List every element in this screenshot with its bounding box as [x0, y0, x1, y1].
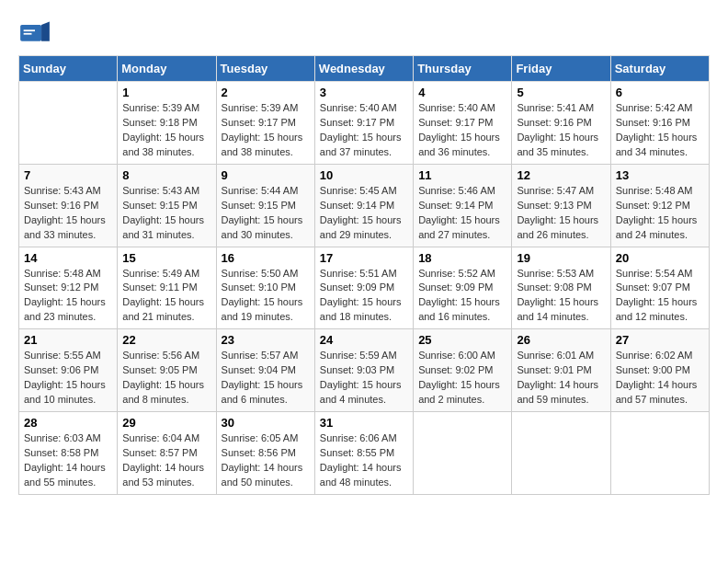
column-header-wednesday: Wednesday	[314, 56, 413, 82]
calendar-cell: 9Sunrise: 5:44 AM Sunset: 9:15 PM Daylig…	[216, 164, 314, 247]
day-number: 17	[320, 251, 408, 265]
day-number: 29	[122, 416, 210, 430]
day-number: 10	[320, 168, 408, 182]
day-info: Sunrise: 5:49 AM Sunset: 9:11 PM Dayligh…	[122, 267, 210, 326]
day-info: Sunrise: 5:39 AM Sunset: 9:17 PM Dayligh…	[222, 101, 310, 160]
day-number: 1	[122, 86, 210, 99]
column-header-tuesday: Tuesday	[216, 56, 314, 82]
calendar-cell: 8Sunrise: 5:43 AM Sunset: 9:15 PM Daylig…	[118, 164, 216, 247]
day-number: 15	[122, 251, 210, 265]
day-info: Sunrise: 5:50 AM Sunset: 9:10 PM Dayligh…	[222, 267, 310, 326]
calendar-cell: 4Sunrise: 5:40 AM Sunset: 9:17 PM Daylig…	[414, 82, 512, 165]
day-info: Sunrise: 6:01 AM Sunset: 9:01 PM Dayligh…	[517, 349, 605, 408]
day-info: Sunrise: 6:05 AM Sunset: 8:56 PM Dayligh…	[222, 431, 310, 490]
svg-rect-3	[24, 33, 32, 35]
day-info: Sunrise: 5:47 AM Sunset: 9:13 PM Dayligh…	[517, 184, 605, 243]
calendar-cell: 10Sunrise: 5:45 AM Sunset: 9:14 PM Dayli…	[314, 164, 413, 247]
day-number: 31	[320, 416, 408, 430]
day-number: 26	[517, 333, 605, 347]
day-number: 30	[222, 416, 310, 430]
calendar-header-row: SundayMondayTuesdayWednesdayThursdayFrid…	[19, 56, 710, 82]
day-number: 12	[517, 168, 605, 182]
day-number: 5	[517, 86, 605, 99]
calendar-cell: 12Sunrise: 5:47 AM Sunset: 9:13 PM Dayli…	[512, 164, 610, 247]
calendar-cell: 3Sunrise: 5:40 AM Sunset: 9:17 PM Daylig…	[314, 82, 413, 165]
calendar-cell: 14Sunrise: 5:48 AM Sunset: 9:12 PM Dayli…	[19, 247, 118, 329]
day-number: 4	[418, 86, 506, 99]
day-info: Sunrise: 5:44 AM Sunset: 9:15 PM Dayligh…	[222, 184, 310, 243]
calendar-cell	[19, 82, 118, 165]
calendar-table: SundayMondayTuesdayWednesdayThursdayFrid…	[18, 55, 710, 495]
calendar-cell: 20Sunrise: 5:54 AM Sunset: 9:07 PM Dayli…	[610, 247, 709, 329]
day-info: Sunrise: 5:46 AM Sunset: 9:14 PM Dayligh…	[418, 184, 506, 243]
column-header-sunday: Sunday	[19, 56, 118, 82]
day-info: Sunrise: 6:00 AM Sunset: 9:02 PM Dayligh…	[418, 349, 506, 408]
logo-icon	[18, 18, 51, 46]
calendar-cell: 2Sunrise: 5:39 AM Sunset: 9:17 PM Daylig…	[216, 82, 314, 165]
calendar-cell: 25Sunrise: 6:00 AM Sunset: 9:02 PM Dayli…	[414, 329, 512, 412]
calendar-cell: 21Sunrise: 5:55 AM Sunset: 9:06 PM Dayli…	[19, 329, 118, 412]
day-info: Sunrise: 5:40 AM Sunset: 9:17 PM Dayligh…	[418, 101, 506, 160]
day-info: Sunrise: 5:59 AM Sunset: 9:03 PM Dayligh…	[320, 349, 408, 408]
day-info: Sunrise: 5:45 AM Sunset: 9:14 PM Dayligh…	[320, 184, 408, 243]
calendar-week-row: 21Sunrise: 5:55 AM Sunset: 9:06 PM Dayli…	[19, 329, 710, 412]
day-number: 23	[222, 333, 310, 347]
calendar-cell: 6Sunrise: 5:42 AM Sunset: 9:16 PM Daylig…	[610, 82, 709, 165]
day-info: Sunrise: 5:54 AM Sunset: 9:07 PM Dayligh…	[616, 267, 704, 326]
calendar-week-row: 1Sunrise: 5:39 AM Sunset: 9:18 PM Daylig…	[19, 82, 710, 165]
day-info: Sunrise: 5:51 AM Sunset: 9:09 PM Dayligh…	[320, 267, 408, 326]
day-number: 24	[320, 333, 408, 347]
day-number: 7	[24, 168, 112, 182]
calendar-cell: 30Sunrise: 6:05 AM Sunset: 8:56 PM Dayli…	[216, 412, 314, 495]
svg-rect-2	[24, 29, 35, 31]
calendar-week-row: 7Sunrise: 5:43 AM Sunset: 9:16 PM Daylig…	[19, 164, 710, 247]
day-number: 13	[616, 168, 704, 182]
day-info: Sunrise: 5:43 AM Sunset: 9:16 PM Dayligh…	[24, 184, 112, 243]
calendar-cell: 28Sunrise: 6:03 AM Sunset: 8:58 PM Dayli…	[19, 412, 118, 495]
day-number: 2	[222, 86, 310, 99]
calendar-cell: 19Sunrise: 5:53 AM Sunset: 9:08 PM Dayli…	[512, 247, 610, 329]
column-header-friday: Friday	[512, 56, 610, 82]
day-info: Sunrise: 5:56 AM Sunset: 9:05 PM Dayligh…	[122, 349, 210, 408]
calendar-week-row: 14Sunrise: 5:48 AM Sunset: 9:12 PM Dayli…	[19, 247, 710, 329]
day-info: Sunrise: 5:48 AM Sunset: 9:12 PM Dayligh…	[616, 184, 704, 243]
day-number: 25	[418, 333, 506, 347]
day-info: Sunrise: 6:02 AM Sunset: 9:00 PM Dayligh…	[616, 349, 704, 408]
page-header	[18, 18, 710, 46]
calendar-cell: 29Sunrise: 6:04 AM Sunset: 8:57 PM Dayli…	[118, 412, 216, 495]
day-number: 16	[222, 251, 310, 265]
calendar-cell: 24Sunrise: 5:59 AM Sunset: 9:03 PM Dayli…	[314, 329, 413, 412]
day-number: 28	[24, 416, 112, 430]
day-info: Sunrise: 5:43 AM Sunset: 9:15 PM Dayligh…	[122, 184, 210, 243]
day-number: 21	[24, 333, 112, 347]
day-info: Sunrise: 5:40 AM Sunset: 9:17 PM Dayligh…	[320, 101, 408, 160]
day-number: 3	[320, 86, 408, 99]
day-number: 19	[517, 251, 605, 265]
column-header-monday: Monday	[118, 56, 216, 82]
calendar-cell: 26Sunrise: 6:01 AM Sunset: 9:01 PM Dayli…	[512, 329, 610, 412]
day-number: 6	[616, 86, 704, 99]
calendar-cell: 1Sunrise: 5:39 AM Sunset: 9:18 PM Daylig…	[118, 82, 216, 165]
logo	[18, 18, 57, 46]
day-info: Sunrise: 6:03 AM Sunset: 8:58 PM Dayligh…	[24, 431, 112, 490]
day-number: 9	[222, 168, 310, 182]
day-info: Sunrise: 6:04 AM Sunset: 8:57 PM Dayligh…	[122, 431, 210, 490]
svg-marker-1	[41, 22, 50, 41]
calendar-cell: 17Sunrise: 5:51 AM Sunset: 9:09 PM Dayli…	[314, 247, 413, 329]
calendar-cell: 16Sunrise: 5:50 AM Sunset: 9:10 PM Dayli…	[216, 247, 314, 329]
calendar-cell: 15Sunrise: 5:49 AM Sunset: 9:11 PM Dayli…	[118, 247, 216, 329]
calendar-cell: 22Sunrise: 5:56 AM Sunset: 9:05 PM Dayli…	[118, 329, 216, 412]
day-number: 27	[616, 333, 704, 347]
day-info: Sunrise: 5:39 AM Sunset: 9:18 PM Dayligh…	[122, 101, 210, 160]
day-info: Sunrise: 5:42 AM Sunset: 9:16 PM Dayligh…	[616, 101, 704, 160]
day-number: 11	[418, 168, 506, 182]
column-header-thursday: Thursday	[414, 56, 512, 82]
day-info: Sunrise: 5:53 AM Sunset: 9:08 PM Dayligh…	[517, 267, 605, 326]
calendar-cell: 18Sunrise: 5:52 AM Sunset: 9:09 PM Dayli…	[414, 247, 512, 329]
calendar-cell: 23Sunrise: 5:57 AM Sunset: 9:04 PM Dayli…	[216, 329, 314, 412]
calendar-cell: 5Sunrise: 5:41 AM Sunset: 9:16 PM Daylig…	[512, 82, 610, 165]
day-info: Sunrise: 5:57 AM Sunset: 9:04 PM Dayligh…	[222, 349, 310, 408]
day-info: Sunrise: 6:06 AM Sunset: 8:55 PM Dayligh…	[320, 431, 408, 490]
calendar-cell	[512, 412, 610, 495]
column-header-saturday: Saturday	[610, 56, 709, 82]
